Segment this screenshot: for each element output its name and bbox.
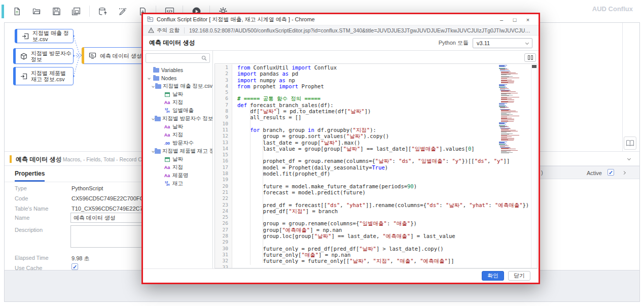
tree-item[interactable]: Aa 날짜 [147,123,212,131]
tab-properties[interactable]: Properties [15,170,45,182]
active-checkbox[interactable]: ✓ [607,169,614,176]
code-line [237,177,530,183]
tree-expand-chevron-icon[interactable] [152,85,155,87]
description-field[interactable] [70,225,147,248]
save-all-icon[interactable] [69,5,83,18]
python-module-version: v3.11 [477,40,490,46]
line-number: 16 [215,158,232,164]
line-number: 12 [215,133,232,139]
line-number: 10 [215,121,232,127]
maximize-button[interactable]: □ [508,17,521,23]
code-line [237,214,530,220]
fields-tree-panel: Variables Nodes 지점별 매출 정보.csv 날짜 Aa 지점 1… [143,51,213,268]
tree-item-label: 지점 [172,99,183,106]
line-number: 6 [215,95,232,101]
tree-item[interactable]: Aa 지점 [147,163,212,172]
code-line: prophet_df = group.rename(columns={"날짜":… [237,158,530,164]
url-divider [184,27,185,33]
tree-item-label: 재고 [172,180,183,187]
active-label: Active [587,170,602,176]
code-line: from ConfluxUtil import Conflux [237,64,530,71]
chrome-tab-favicon-icon [147,16,154,23]
line-number: 9 [215,114,232,120]
python-module-select[interactable]: v3.11 [473,38,532,48]
line-number: 18 [215,171,232,177]
editor-scrollbar[interactable] [531,64,537,268]
confirm-button[interactable]: 확인 [482,271,504,281]
tree-item[interactable]: 지점별 매출 정보.csv [147,82,212,90]
transform-icon[interactable] [116,5,129,18]
tree-item[interactable]: 1234 일별매출 [147,107,212,115]
line-number: 1 [215,64,232,71]
tree-item[interactable]: Aa 지점 [147,131,212,139]
code-line: model = Prophet(daily_seasonality=True) [237,164,530,171]
tree-item-label: 지점별 제품별 재고 정보.csv [162,148,212,155]
prop-label-type: Type [15,185,27,191]
flow-node-2[interactable]: 지점별 방문자수 정보 [13,48,74,64]
import-csv-icon [22,33,29,40]
tree-item[interactable]: Variables [147,66,212,74]
tree-item[interactable]: 지점별 제품별 재고 정보.csv [147,147,212,155]
tree-item[interactable]: .00 방문자수 [147,139,212,147]
code-line: import pandas as pd [237,71,530,77]
tree-item[interactable]: 1234 재고 [147,180,212,188]
import-csv-icon [20,73,27,80]
text-icon: Aa [163,173,171,178]
open-folder-icon[interactable] [30,5,43,18]
line-number: 19 [215,177,232,183]
line-number: 27 [215,227,232,233]
code-editor[interactable]: 1234567891011121314151617181920212223242… [213,51,539,268]
open-book-icon[interactable] [624,137,636,150]
scrollbar-thumb[interactable] [532,65,536,68]
python-module-label: Python 모듈 [439,39,469,47]
folder-icon [152,76,160,81]
code-widget[interactable]: 1234567891011121314151617181920212223242… [214,63,538,268]
tree-search-input[interactable] [149,55,201,61]
results-collapse-chevron-icon[interactable] [627,157,631,160]
line-number: 13 [215,140,232,146]
node-label: 지점별 방문자수 정보 [31,50,73,62]
tree-expand-chevron-icon[interactable] [152,150,154,152]
code-line [237,89,530,95]
tree-item[interactable]: Aa 지점 [147,98,212,107]
flow-node-3[interactable]: 지점별 제품별 재고 정보.csv [13,67,74,85]
tree-item[interactable]: Aa 제품명 [147,172,212,180]
tree-search-box[interactable] [146,53,210,63]
tree-item[interactable]: 날짜 [147,155,212,163]
data-upload-icon[interactable] [96,5,110,18]
flow-node-4[interactable]: 예측 데이터 생성 [82,47,144,64]
code-line: last_value = group[group["날짜"] == last_d… [237,146,530,152]
name-field[interactable] [70,213,147,223]
close-button[interactable]: × [521,17,534,23]
prop-label-description: Description [15,227,43,233]
window-titlebar[interactable]: Conflux Script Editor [ 지점별 매출, 재고 시계열 예… [143,14,539,25]
flow-node-1[interactable]: 지점별 매출 정보.csv [15,29,74,43]
line-number: 17 [215,164,232,171]
script-icon [89,52,96,59]
folder-icon [155,149,161,154]
tree-expand-chevron-icon[interactable] [152,118,154,120]
results-meta: [0 Macros, - Fields, Total - Record Coun… [57,156,154,162]
tree-item-label: 지점별 매출 정보.csv [163,83,212,90]
tree-expand-chevron-icon[interactable] [147,77,152,79]
text-icon: Aa [163,124,171,129]
new-file-icon[interactable] [10,5,23,18]
minimize-button[interactable]: – [495,17,508,23]
tree-item[interactable]: Nodes [147,74,212,82]
tree-item[interactable]: 날짜 [147,90,212,98]
code-line: pred_df = forecast[["ds", "yhat"]].renam… [237,202,530,208]
minimap-toggle-button[interactable] [524,53,536,62]
tree-item[interactable]: 지점별 방문자수 정보 [147,115,212,123]
close-dialog-button[interactable]: 닫기 [508,271,530,281]
tree-item-label: 날짜 [172,91,183,98]
address-bar[interactable]: 주의 요함 192.168.0.52:8087/AUD/500/confluxS… [143,25,539,36]
use-cache-checkbox[interactable]: ✓ [71,263,78,270]
tree-item-label: 제품명 [172,172,189,179]
line-number: 15 [215,152,232,158]
save-icon[interactable] [50,5,63,18]
toolbar-accent-bar [2,5,4,18]
panel-expand-chevron-icon[interactable] [622,171,626,175]
date-icon [163,92,171,97]
minimap[interactable] [499,65,530,154]
text-icon: Aa [163,100,171,105]
